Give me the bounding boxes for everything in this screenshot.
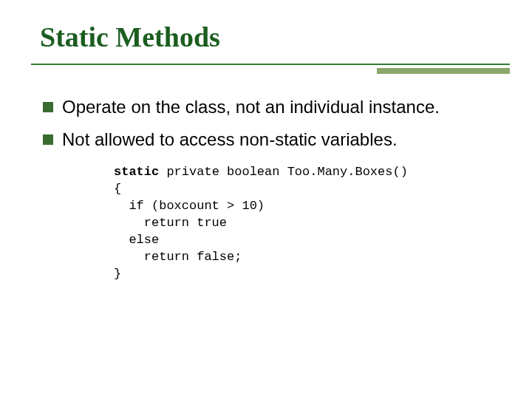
code-line: else <box>114 233 159 247</box>
rule-short <box>377 68 510 74</box>
bullet-text: Operate on the class, not an individual … <box>62 96 440 118</box>
title-rule <box>40 59 495 75</box>
code-line: private boolean Too.Many.Boxes() <box>159 165 408 179</box>
bullet-text: Not allowed to access non-static variabl… <box>62 129 398 151</box>
square-bullet-icon <box>43 102 53 112</box>
bullet-list: Operate on the class, not an individual … <box>40 96 495 151</box>
slide-title: Static Methods <box>40 21 495 53</box>
code-line: } <box>114 267 121 281</box>
code-keyword: static <box>114 165 159 179</box>
code-line: { <box>114 182 121 196</box>
code-line: return true <box>114 216 227 230</box>
bullet-item: Not allowed to access non-static variabl… <box>43 129 495 151</box>
square-bullet-icon <box>43 134 53 145</box>
bullet-item: Operate on the class, not an individual … <box>43 96 495 118</box>
code-line: if (boxcount > 10) <box>114 199 265 213</box>
slide: Static Methods Operate on the class, not… <box>0 0 532 399</box>
rule-long <box>31 64 510 65</box>
code-block: static private boolean Too.Many.Boxes() … <box>114 164 495 283</box>
code-line: return false; <box>114 250 242 264</box>
